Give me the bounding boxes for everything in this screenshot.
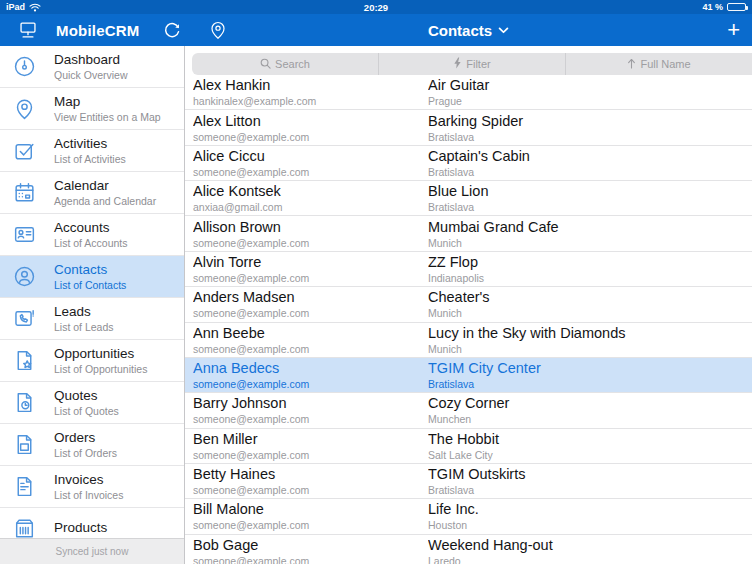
sidebar-item-label: Products: [54, 520, 107, 536]
device-monitor-icon[interactable]: [18, 21, 38, 39]
sidebar-item-label: Activities: [54, 136, 126, 152]
contact-row[interactable]: Anna Bedecs someone@example.com TGIM Cit…: [185, 358, 752, 393]
sidebar-item-leads[interactable]: Leads List of Leads: [0, 298, 184, 340]
contact-row[interactable]: Bob Gage someone@example.com Weekend Han…: [185, 535, 752, 564]
sidebar-item-activities[interactable]: Activities List of Activities: [0, 130, 184, 172]
contact-email: someone@example.com: [193, 272, 428, 284]
filter-button[interactable]: Filter: [378, 53, 565, 75]
doc-star-icon: [11, 348, 37, 374]
contact-name: Alice Ciccu: [193, 148, 428, 165]
entity-selector[interactable]: Contacts: [428, 22, 509, 39]
contact-name: Alex Hankin: [193, 77, 428, 94]
chevron-down-icon: [498, 27, 509, 34]
contact-email: someone@example.com: [193, 378, 428, 390]
sidebar-item-sublabel: List of Quotes: [54, 405, 119, 417]
contact-company: Cozy Corner: [428, 395, 752, 412]
contact-name: Alvin Torre: [193, 254, 428, 271]
sort-label: Full Name: [640, 58, 690, 70]
contact-name: Anna Bedecs: [193, 360, 428, 377]
app-title: MobileCRM: [56, 22, 139, 39]
sidebar-item-sublabel: List of Leads: [54, 321, 114, 333]
contact-email: someone@example.com: [193, 519, 428, 531]
contact-row[interactable]: Alice Ciccu someone@example.com Captain'…: [185, 146, 752, 181]
sidebar-item-opportunities[interactable]: Opportunities List of Opportunities: [0, 340, 184, 382]
contact-company: Mumbai Grand Cafe: [428, 219, 752, 236]
contact-row[interactable]: Ben Miller someone@example.com The Hobbi…: [185, 429, 752, 464]
sidebar-item-sublabel: List of Invoices: [54, 489, 123, 501]
sidebar-item-label: Quotes: [54, 388, 119, 404]
contact-row[interactable]: Alvin Torre someone@example.com ZZ Flop …: [185, 252, 752, 287]
search-button[interactable]: Search: [192, 53, 378, 75]
id-card-icon: [11, 222, 37, 248]
contact-email: someone@example.com: [193, 413, 428, 425]
sidebar-item-calendar[interactable]: Calendar Agenda and Calendar: [0, 172, 184, 214]
contact-email: someone@example.com: [193, 343, 428, 355]
sidebar-item-label: Opportunities: [54, 346, 147, 362]
sidebar-item-label: Dashboard: [54, 52, 128, 68]
phone-card-icon: [11, 306, 37, 332]
sidebar-item-label: Map: [54, 94, 161, 110]
sidebar-item-quotes[interactable]: Quotes List of Quotes: [0, 382, 184, 424]
sort-button[interactable]: Full Name: [565, 53, 752, 75]
sidebar-item-sublabel: Agenda and Calendar: [54, 195, 156, 207]
gauge-icon: [11, 54, 37, 80]
contact-company: ZZ Flop: [428, 254, 752, 271]
contact-city: Bratislava: [428, 378, 752, 390]
lightning-icon: [453, 57, 462, 71]
sync-status: Synced just now: [0, 538, 184, 564]
contacts-panel: Search Filter Full Name Alex Hankin hank…: [185, 46, 752, 564]
contact-email: someone@example.com: [193, 166, 428, 178]
contact-city: Bratislava: [428, 201, 752, 213]
contact-city: Munich: [428, 237, 752, 249]
sync-icon[interactable]: [161, 20, 183, 40]
contact-list: Alex Hankin hankinalex@example.com Air G…: [185, 75, 752, 564]
doc-lines-icon: [11, 474, 37, 500]
contact-city: Munchen: [428, 413, 752, 425]
contact-row[interactable]: Alex Hankin hankinalex@example.com Air G…: [185, 75, 752, 110]
battery-icon: [727, 3, 746, 11]
sidebar-item-label: Orders: [54, 430, 117, 446]
contact-row[interactable]: Alex Litton someone@example.com Barking …: [185, 110, 752, 145]
sidebar-item-dashboard[interactable]: Dashboard Quick Overview: [0, 46, 184, 88]
contact-row[interactable]: Betty Haines someone@example.com TGIM Ou…: [185, 464, 752, 499]
contact-email: anxiaa@gmail.com: [193, 201, 428, 213]
sidebar-item-contacts[interactable]: Contacts List of Contacts: [0, 256, 184, 298]
search-label: Search: [275, 58, 310, 70]
sidebar-item-sublabel: List of Activities: [54, 153, 126, 165]
contact-name: Ben Miller: [193, 431, 428, 448]
contact-city: Bratislava: [428, 131, 752, 143]
contact-company: TGIM City Center: [428, 360, 752, 377]
sidebar-item-label: Calendar: [54, 178, 156, 194]
contact-row[interactable]: Anders Madsen someone@example.com Cheate…: [185, 287, 752, 322]
sidebar-item-accounts[interactable]: Accounts List of Accounts: [0, 214, 184, 256]
contact-name: Betty Haines: [193, 466, 428, 483]
status-bar: iPad 20:29 41 %: [0, 0, 752, 14]
contact-city: Munich: [428, 343, 752, 355]
contact-city: Laredo: [428, 555, 752, 564]
contact-email: someone@example.com: [193, 237, 428, 249]
add-contact-button[interactable]: +: [727, 14, 740, 46]
contact-company: Life Inc.: [428, 501, 752, 518]
contact-row[interactable]: Ann Beebe someone@example.com Lucy in th…: [185, 323, 752, 358]
sidebar: Dashboard Quick Overview Map View Entiti…: [0, 46, 185, 564]
contact-city: Prague: [428, 95, 752, 107]
sidebar-item-sublabel: List of Contacts: [54, 279, 126, 291]
contact-company: Cheater's: [428, 289, 752, 306]
calendar-icon: [11, 180, 37, 206]
contact-company: Blue Lion: [428, 183, 752, 200]
contact-row[interactable]: Alice Kontsek anxiaa@gmail.com Blue Lion…: [185, 181, 752, 216]
contact-row[interactable]: Barry Johnson someone@example.com Cozy C…: [185, 393, 752, 428]
sidebar-item-map[interactable]: Map View Entities on a Map: [0, 88, 184, 130]
checkbox-icon: [11, 138, 37, 164]
location-pin-icon[interactable]: [209, 20, 227, 40]
contact-company: Air Guitar: [428, 77, 752, 94]
contact-row[interactable]: Bill Malone someone@example.com Life Inc…: [185, 499, 752, 534]
filter-label: Filter: [466, 58, 490, 70]
clock: 20:29: [0, 2, 752, 13]
sidebar-item-invoices[interactable]: Invoices List of Invoices: [0, 466, 184, 508]
sidebar-item-orders[interactable]: Orders List of Orders: [0, 424, 184, 466]
sidebar-item-sublabel: List of Accounts: [54, 237, 128, 249]
sidebar-item-sublabel: List of Orders: [54, 447, 117, 459]
contact-row[interactable]: Allison Brown someone@example.com Mumbai…: [185, 216, 752, 251]
contact-email: hankinalex@example.com: [193, 95, 428, 107]
